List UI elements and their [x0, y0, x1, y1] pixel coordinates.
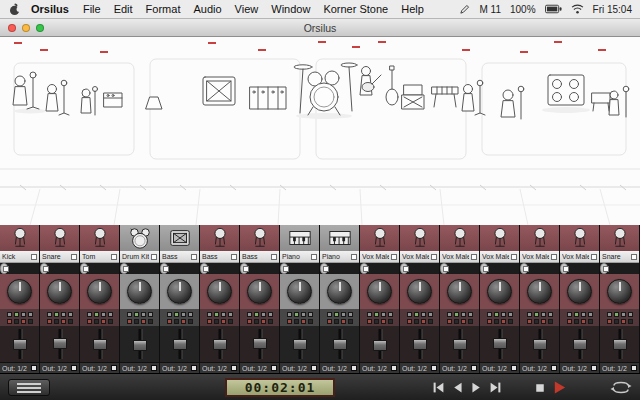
- minimize-button[interactable]: [22, 24, 30, 32]
- channel-led[interactable]: [381, 312, 386, 317]
- gain-knob[interactable]: [567, 279, 592, 304]
- channel-led[interactable]: [21, 312, 26, 317]
- channel-led[interactable]: [414, 312, 419, 317]
- channel-led[interactable]: [94, 319, 99, 324]
- in-checkbox[interactable]: [483, 266, 489, 272]
- menu-item-help[interactable]: Help: [401, 3, 424, 15]
- menu-item-edit[interactable]: Edit: [114, 3, 133, 15]
- channel-led[interactable]: [301, 319, 306, 324]
- volume-fader[interactable]: [213, 339, 227, 350]
- in-checkbox[interactable]: [83, 266, 89, 272]
- sketch-drum-kit[interactable]: [294, 63, 357, 115]
- volume-fader[interactable]: [133, 340, 147, 351]
- channel-select-checkbox[interactable]: [391, 254, 397, 260]
- channel-led[interactable]: [614, 312, 619, 317]
- channel-led[interactable]: [174, 312, 179, 317]
- loop-button[interactable]: [610, 380, 632, 399]
- channel-led[interactable]: [101, 319, 106, 324]
- sketch-speaker-cabinet-2[interactable]: [548, 75, 584, 105]
- sketch-singer-2[interactable]: [46, 80, 69, 115]
- channel-led[interactable]: [228, 312, 233, 317]
- channel-led[interactable]: [407, 319, 412, 324]
- channel-led[interactable]: [207, 319, 212, 324]
- menu-item-view[interactable]: View: [235, 3, 259, 15]
- channel-select-checkbox[interactable]: [471, 254, 477, 260]
- channel-led[interactable]: [621, 312, 626, 317]
- volume-fader[interactable]: [293, 339, 307, 350]
- channel-led[interactable]: [381, 319, 386, 324]
- channel-led[interactable]: [367, 312, 372, 317]
- channel-led[interactable]: [454, 312, 459, 317]
- input-menu-label[interactable]: M 11: [479, 4, 501, 15]
- out-checkbox[interactable]: [231, 365, 237, 371]
- channel-led[interactable]: [188, 312, 193, 317]
- gain-knob[interactable]: [247, 279, 272, 304]
- channel-led[interactable]: [574, 312, 579, 317]
- wifi-icon[interactable]: [571, 4, 584, 14]
- channel-select-checkbox[interactable]: [271, 254, 277, 260]
- zoom-button[interactable]: [36, 24, 44, 32]
- channel-instrument-cell[interactable]: [400, 225, 439, 251]
- out-checkbox[interactable]: [471, 365, 477, 371]
- channel-led[interactable]: [628, 312, 633, 317]
- channel-led[interactable]: [428, 319, 433, 324]
- out-checkbox[interactable]: [31, 365, 37, 371]
- gain-knob[interactable]: [327, 279, 352, 304]
- channel-instrument-cell[interactable]: [320, 225, 359, 251]
- out-checkbox[interactable]: [271, 365, 277, 371]
- channel-led[interactable]: [334, 312, 339, 317]
- channel-led[interactable]: [181, 319, 186, 324]
- gain-knob[interactable]: [7, 279, 32, 304]
- gain-knob[interactable]: [487, 279, 512, 304]
- play-button[interactable]: [552, 380, 567, 395]
- channel-instrument-cell[interactable]: [360, 225, 399, 251]
- channel-led[interactable]: [167, 312, 172, 317]
- channel-led[interactable]: [61, 319, 66, 324]
- in-checkbox[interactable]: [363, 266, 369, 272]
- channel-led[interactable]: [101, 312, 106, 317]
- channel-led[interactable]: [7, 312, 12, 317]
- channel-led[interactable]: [221, 319, 226, 324]
- channel-led[interactable]: [181, 312, 186, 317]
- channel-led[interactable]: [621, 319, 626, 324]
- channel-led[interactable]: [374, 312, 379, 317]
- gain-knob[interactable]: [527, 279, 552, 304]
- out-checkbox[interactable]: [591, 365, 597, 371]
- gain-knob[interactable]: [407, 279, 432, 304]
- channel-instrument-cell[interactable]: [560, 225, 599, 251]
- channel-led[interactable]: [541, 319, 546, 324]
- in-checkbox[interactable]: [403, 266, 409, 272]
- channel-instrument-cell[interactable]: [80, 225, 119, 251]
- gain-knob[interactable]: [607, 279, 632, 304]
- volume-fader[interactable]: [13, 339, 27, 350]
- channel-led[interactable]: [567, 319, 572, 324]
- channel-led[interactable]: [261, 319, 266, 324]
- channel-select-checkbox[interactable]: [151, 254, 157, 260]
- channel-led[interactable]: [421, 319, 426, 324]
- channel-led[interactable]: [607, 312, 612, 317]
- channel-led[interactable]: [581, 312, 586, 317]
- channel-led[interactable]: [247, 312, 252, 317]
- channel-instrument-cell[interactable]: [200, 225, 239, 251]
- app-menu[interactable]: Orsilus: [31, 3, 69, 15]
- channel-led[interactable]: [454, 319, 459, 324]
- channel-led[interactable]: [421, 312, 426, 317]
- channel-led[interactable]: [581, 319, 586, 324]
- channel-led[interactable]: [108, 312, 113, 317]
- in-checkbox[interactable]: [323, 266, 329, 272]
- channel-led[interactable]: [487, 312, 492, 317]
- gain-knob[interactable]: [287, 279, 312, 304]
- channel-led[interactable]: [301, 312, 306, 317]
- channel-instrument-cell[interactable]: [240, 225, 279, 251]
- gain-knob[interactable]: [367, 279, 392, 304]
- channel-led[interactable]: [588, 319, 593, 324]
- channel-led[interactable]: [28, 312, 33, 317]
- sketch-table[interactable]: [592, 93, 610, 111]
- channel-led[interactable]: [54, 312, 59, 317]
- channel-led[interactable]: [108, 319, 113, 324]
- channel-led[interactable]: [541, 312, 546, 317]
- channel-select-checkbox[interactable]: [431, 254, 437, 260]
- in-checkbox[interactable]: [443, 266, 449, 272]
- channel-led[interactable]: [334, 319, 339, 324]
- sketch-guitarist[interactable]: [360, 67, 381, 96]
